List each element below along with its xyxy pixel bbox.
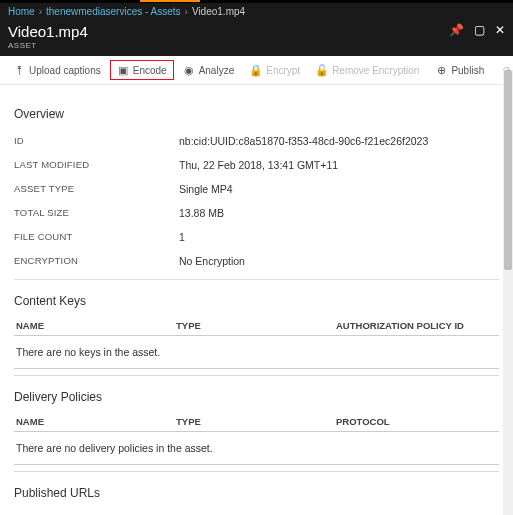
content-area: Overview ID nb:cid:UUID:c8a51870-f353-48… — [0, 85, 513, 515]
lock-icon: 🔒 — [250, 64, 262, 76]
col-protocol: PROTOCOL — [336, 416, 497, 427]
remove-encryption-label: Remove Encryption — [332, 65, 419, 76]
toolbar: ⭱ Upload captions ▣ Encode ◉ Analyze 🔒 E… — [0, 56, 513, 85]
close-icon[interactable]: ✕ — [495, 23, 505, 37]
encode-label: Encode — [133, 65, 167, 76]
total-size-label: TOTAL SIZE — [14, 207, 179, 219]
breadcrumb-current: Video1.mp4 — [192, 6, 245, 17]
delivery-policies-header: NAME TYPE PROTOCOL — [14, 412, 499, 432]
globe-icon: ⊕ — [435, 64, 447, 76]
delivery-policies-empty: There are no delivery policies in the as… — [14, 432, 499, 465]
asset-type-value: Single MP4 — [179, 183, 233, 195]
unlock-icon: 🔓 — [316, 64, 328, 76]
col-type: TYPE — [176, 320, 336, 331]
encode-icon: ▣ — [117, 64, 129, 76]
file-count-label: FILE COUNT — [14, 231, 179, 243]
col-policy: AUTHORIZATION POLICY ID — [336, 320, 497, 331]
pin-icon[interactable]: 📌 — [449, 23, 464, 37]
col-name: NAME — [16, 320, 176, 331]
file-count-value: 1 — [179, 231, 185, 243]
page-title: Video1.mp4 — [8, 23, 88, 40]
scrollbar-thumb[interactable] — [504, 70, 512, 270]
publish-button[interactable]: ⊕ Publish — [428, 60, 491, 80]
encryption-value: No Encryption — [179, 255, 245, 267]
id-label: ID — [14, 135, 179, 147]
encrypt-button: 🔒 Encrypt — [243, 60, 307, 80]
remove-encryption-button: 🔓 Remove Encryption — [309, 60, 426, 80]
published-urls-title: Published URLs — [14, 486, 499, 500]
breadcrumb-home[interactable]: Home — [8, 6, 35, 17]
upload-captions-label: Upload captions — [29, 65, 101, 76]
analyze-label: Analyze — [199, 65, 235, 76]
content-keys-header: NAME TYPE AUTHORIZATION POLICY ID — [14, 316, 499, 336]
asset-type-label: ASSET TYPE — [14, 183, 179, 195]
breadcrumb-service[interactable]: thenewmediaservices - Assets — [46, 6, 181, 17]
encode-button[interactable]: ▣ Encode — [110, 60, 174, 80]
upload-captions-button[interactable]: ⭱ Upload captions — [6, 60, 108, 80]
encryption-label: ENCRYPTION — [14, 255, 179, 267]
total-size-value: 13.88 MB — [179, 207, 224, 219]
upload-icon: ⭱ — [13, 64, 25, 76]
blade-header: Video1.mp4 ASSET 📌 ▢ ✕ — [0, 19, 513, 56]
publish-label: Publish — [451, 65, 484, 76]
analyze-icon: ◉ — [183, 64, 195, 76]
last-modified-value: Thu, 22 Feb 2018, 13:41 GMT+11 — [179, 159, 338, 171]
analyze-button[interactable]: ◉ Analyze — [176, 60, 242, 80]
col-type: TYPE — [176, 416, 336, 427]
delivery-policies-title: Delivery Policies — [14, 390, 499, 404]
maximize-icon[interactable]: ▢ — [474, 23, 485, 37]
id-value: nb:cid:UUID:c8a51870-f353-48cd-90c6-f21e… — [179, 135, 428, 147]
content-keys-title: Content Keys — [14, 294, 499, 308]
col-name: NAME — [16, 416, 176, 427]
last-modified-label: LAST MODIFIED — [14, 159, 179, 171]
breadcrumb: Home › thenewmediaservices - Assets › Vi… — [0, 3, 513, 19]
scrollbar[interactable] — [503, 70, 513, 515]
window-top-accent — [0, 0, 513, 3]
overview-title: Overview — [14, 107, 499, 121]
encrypt-label: Encrypt — [266, 65, 300, 76]
content-keys-empty: There are no keys in the asset. — [14, 336, 499, 369]
page-subtitle: ASSET — [8, 41, 88, 50]
published-urls-header: LOCATOR TYPE URL — [14, 508, 499, 515]
